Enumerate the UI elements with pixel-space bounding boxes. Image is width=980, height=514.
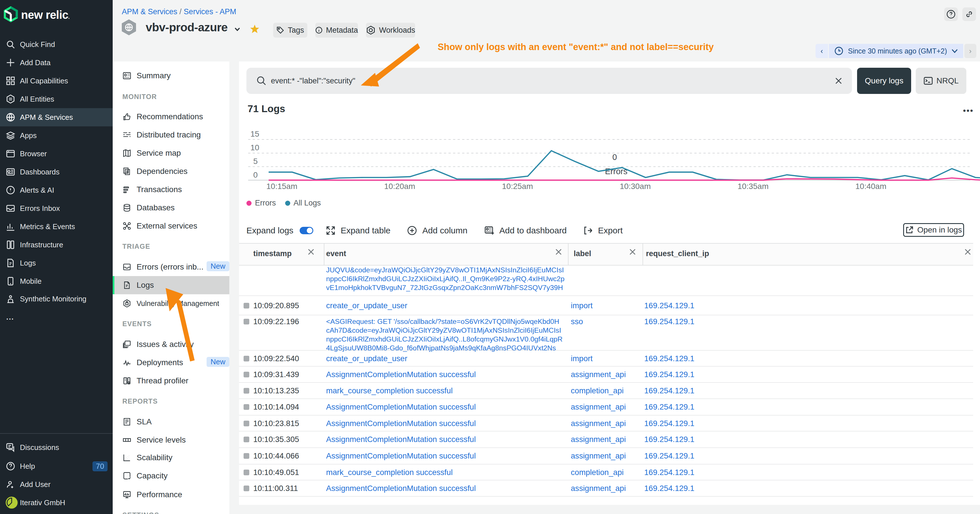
svg-text:10:15am: 10:15am — [266, 182, 298, 191]
svg-text:10:25am: 10:25am — [502, 182, 533, 191]
svg-text:15: 15 — [250, 129, 259, 138]
svg-text:10:30am: 10:30am — [620, 182, 651, 191]
svg-text:10:20am: 10:20am — [384, 182, 415, 191]
svg-text:0: 0 — [253, 170, 258, 179]
svg-text:10:35am: 10:35am — [738, 182, 768, 191]
svg-text:0: 0 — [612, 153, 617, 162]
svg-text:10:40am: 10:40am — [855, 182, 886, 191]
svg-text:10: 10 — [250, 143, 259, 152]
svg-text:new relic.: new relic. — [21, 8, 70, 21]
svg-text:5: 5 — [253, 157, 258, 165]
